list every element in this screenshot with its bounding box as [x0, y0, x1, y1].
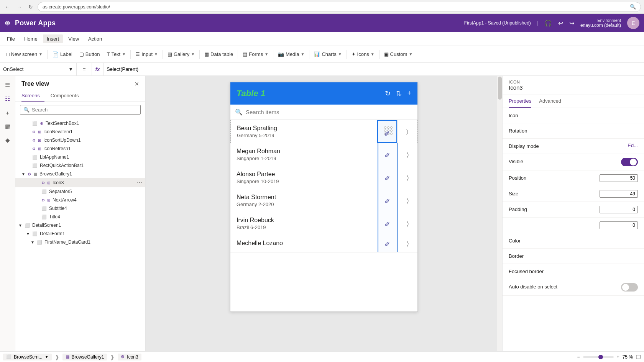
edit-col-4[interactable]: ✏	[378, 212, 398, 235]
tree-tab-components[interactable]: Components	[51, 90, 84, 102]
gallery-item-4[interactable]: Irvin Roebuck Brazil 6-2019 ✏ 〉	[230, 212, 417, 235]
undo-icon[interactable]: ↩	[558, 20, 563, 27]
zoom-slider[interactable]	[583, 356, 614, 358]
tree-item-Icon3[interactable]: ⚙ ⊞ Icon3 ⋯	[15, 178, 145, 187]
tree-item-TextSearchBox1[interactable]: ⬜ ⚙ TextSearchBox1	[15, 119, 145, 128]
arrow-col-1[interactable]: 〉	[398, 143, 417, 166]
menu-home[interactable]: Home	[20, 34, 41, 43]
headset-icon[interactable]: 🎧	[544, 20, 552, 27]
tree-item-IconRefresh1[interactable]: ⚙ ⊞ IconRefresh1	[15, 144, 145, 153]
menu-insert[interactable]: Insert	[43, 34, 63, 43]
scroll-thumb[interactable]	[498, 77, 502, 100]
edit-col-5[interactable]: ✏	[378, 235, 398, 252]
toolbar-icons[interactable]: ✦ Icons ▼	[348, 49, 378, 59]
toolbar-gallery[interactable]: ▧ Gallery ▼	[164, 49, 198, 59]
toolbar-input[interactable]: ☰ Input ▼	[132, 49, 161, 59]
right-tab-properties[interactable]: Properties	[509, 95, 531, 108]
tree-item-IconSortUpDown1[interactable]: ⚙ ⊞ IconSortUpDown1	[15, 136, 145, 144]
gallery-item-3[interactable]: Neta Storment Germany 2-2020 ✏ 〉	[230, 189, 417, 212]
edit-col-2[interactable]: ✏	[378, 166, 398, 189]
arrow-col-3[interactable]: 〉	[398, 189, 417, 212]
toolbar-button[interactable]: ▢ Button	[76, 49, 103, 59]
gallery-item-5[interactable]: Mechelle Lozano ✏ 〉	[230, 235, 417, 252]
menu-view[interactable]: View	[64, 34, 83, 43]
toolbar-charts[interactable]: 📊 Charts ▼	[311, 49, 345, 59]
zoom-controls: − + 75 %	[576, 354, 633, 360]
icon3-more-btn[interactable]: ⋯	[137, 180, 142, 186]
toolbar-media[interactable]: 📷 Media ▼	[275, 49, 307, 59]
tree-item-BrowseGallery1[interactable]: ▼ ⚙ ▦ BrowseGallery1	[15, 170, 145, 178]
toolbar-new-screen[interactable]: □ New screen ▼	[3, 49, 46, 59]
edit-col-3[interactable]: ✏	[378, 189, 398, 212]
toolbar-custom[interactable]: ▣ Custom ▼	[381, 49, 416, 59]
app-grid-icon[interactable]: ⊛	[5, 19, 10, 27]
prop-value-display-mode[interactable]: Ed...	[628, 143, 638, 148]
gallery-item-2[interactable]: Alonso Partee Singapore 10-2019 ✏ 〉	[230, 166, 417, 189]
back-button[interactable]: ←	[3, 2, 12, 11]
bottom-tab-gallery[interactable]: ▦ BrowseGallery1	[62, 354, 107, 360]
prop-value-position[interactable]	[600, 174, 638, 182]
fullscreen-button[interactable]: ❐	[636, 354, 641, 360]
tree-item-DetailScreen1[interactable]: ▼ ⬜ DetailScreen1	[15, 221, 145, 229]
address-bar[interactable]: as.create.powerapps.com/studio/ 🔍	[38, 2, 641, 12]
formula-fx[interactable]: fx	[92, 63, 104, 75]
tree-item-IconNewItem1[interactable]: ⚙ ⊞ IconNewItem1	[15, 128, 145, 136]
tree-item-LblAppName1[interactable]: ⬜ LblAppName1	[15, 153, 145, 161]
tree-search-input[interactable]	[32, 107, 137, 113]
tree-close-button[interactable]: ✕	[135, 81, 139, 87]
tree-item-DetailForm1[interactable]: ▼ ⬜ DetailForm1	[15, 229, 145, 238]
refresh-icon[interactable]: ↻	[385, 89, 391, 98]
gallery-item-0[interactable]: Beau Spratling Germany 5-2019	[230, 120, 417, 143]
tree-item-Title4[interactable]: ⬜ Title4	[15, 213, 145, 221]
auto-disable-toggle[interactable]	[621, 283, 638, 292]
item-text-5: Mechelle Lozano	[237, 240, 378, 247]
bottom-tab-icon3[interactable]: ⚙ Icon3	[118, 354, 141, 360]
right-tab-advanced[interactable]: Advanced	[539, 95, 561, 108]
forward-button[interactable]: →	[15, 2, 24, 11]
left-icon-database[interactable]: ▩	[2, 120, 14, 133]
redo-icon[interactable]: ↪	[569, 20, 574, 27]
prop-value-padding-2[interactable]	[600, 221, 638, 229]
arrow-icon-3: 〉	[407, 197, 409, 204]
bottom-tab-browse[interactable]: ⬜ BrowseScrn... ▼	[3, 354, 52, 360]
left-icon-plus[interactable]: +	[2, 106, 14, 119]
toolbar-text[interactable]: T Text ▼	[104, 49, 129, 59]
refresh-button[interactable]: ↻	[26, 2, 35, 11]
gallery-arrow: ▼	[191, 52, 195, 56]
user-avatar[interactable]: E	[627, 17, 639, 29]
sort-icon[interactable]: ⇅	[396, 89, 402, 98]
arrow-col-2[interactable]: 〉	[398, 166, 417, 189]
tree-item-NextArrow4[interactable]: ⚙ ⊞ NextArrow4	[15, 196, 145, 204]
tree-item-Separator5[interactable]: ⬜ Separator5	[15, 187, 145, 196]
canvas-scrollbar[interactable]	[497, 76, 502, 351]
menu-file[interactable]: File	[3, 34, 19, 43]
toolbar-forms[interactable]: ▤ Forms ▼	[240, 49, 271, 59]
formula-equals[interactable]: =	[77, 63, 92, 75]
menu-action[interactable]: Action	[84, 34, 106, 43]
zoom-plus-btn[interactable]: +	[615, 354, 621, 360]
toolbar-label[interactable]: 📄 Label	[49, 49, 76, 59]
visible-toggle[interactable]	[621, 158, 638, 166]
add-icon[interactable]: +	[407, 89, 411, 98]
formula-input[interactable]	[104, 66, 644, 72]
phone-search-bar: 🔍	[230, 105, 417, 120]
tree-item-RectQuickActionBar1[interactable]: ⬜ RectQuickActionBar1	[15, 161, 145, 170]
phone-search-input[interactable]	[246, 109, 413, 115]
arrow-col-5[interactable]: 〉	[398, 235, 417, 252]
left-icon-hamburger[interactable]: ☰	[2, 79, 14, 91]
tree-item-FirstName_DataCard1[interactable]: ▼ ⬜ FirstName_DataCard1	[15, 238, 145, 246]
left-icon-variables[interactable]: ◆	[2, 134, 14, 146]
tree-tab-screens[interactable]: Screens	[21, 90, 44, 102]
left-icon-tree[interactable]: ☷	[2, 93, 14, 105]
gallery-item-1[interactable]: Megan Rohman Singapore 1-2019 ✏ 〉	[230, 143, 417, 166]
tree-item-Subtitle4[interactable]: ⬜ Subtitle4	[15, 204, 145, 213]
zoom-minus-btn[interactable]: −	[576, 354, 582, 360]
edit-icon-col-0[interactable]: ✏	[377, 120, 397, 143]
prop-value-padding[interactable]	[600, 206, 638, 213]
prop-value-size[interactable]	[600, 190, 638, 198]
edit-col-1[interactable]: ✏	[378, 143, 398, 166]
formula-selector[interactable]: OnSelect ▼	[0, 63, 77, 75]
arrow-col-4[interactable]: 〉	[398, 212, 417, 235]
toolbar-data-table[interactable]: ▦ Data table	[201, 49, 236, 59]
arrow-col-0[interactable]: 〉	[397, 120, 417, 143]
